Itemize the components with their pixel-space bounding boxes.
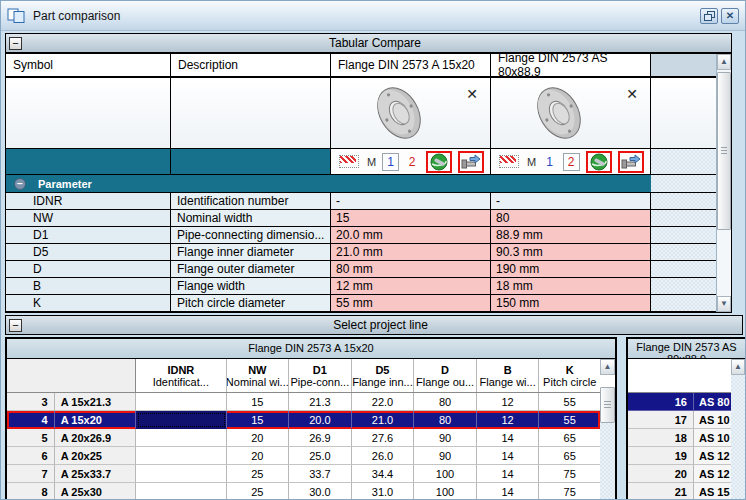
scroll-up-arrow[interactable]: ▲	[731, 359, 745, 375]
project-table1-scrollbar[interactable]: ▲	[600, 359, 615, 499]
corner-header-cell	[7, 359, 136, 392]
view1-toggle-selected[interactable]: 1	[382, 153, 399, 171]
project-row-20[interactable]: 20 AS 12	[628, 465, 731, 483]
project-row-4-selected[interactable]: 4 A 15x20 15 20.0 21.0 80 12 55	[7, 411, 600, 429]
preview-symbol-cell	[6, 78, 171, 148]
project-row-16-selected[interactable]: 16 AS 80	[628, 393, 731, 411]
parameter-row-k[interactable]: K Pitch circle diameter 55 mm 150 mm	[6, 295, 716, 312]
project-row-5[interactable]: 5 A 20x26.9 20 26.9 27.6 90 14 65	[7, 429, 600, 447]
close-button[interactable]: ✕	[721, 8, 739, 24]
view2-toggle[interactable]: 2	[405, 154, 420, 170]
part2-apply-button[interactable]	[586, 151, 612, 173]
scroll-down-arrow[interactable]: ▼	[717, 296, 731, 312]
tabular-compare-title: Tabular Compare	[22, 36, 728, 50]
part2-preview-cell: ✕	[491, 78, 651, 148]
part1-flange-image	[359, 80, 439, 146]
project-table1-column-headers: IDNR Identificat... NW Nominal wi... D1 …	[7, 359, 600, 393]
view2-toggle-selected[interactable]: 2	[563, 153, 580, 171]
dimension-ruler-icon[interactable]	[339, 155, 359, 168]
column-header-description: Description	[171, 54, 331, 76]
select-project-line-title: Select project line	[22, 318, 739, 332]
green-globe-wrench-icon	[430, 153, 448, 171]
project-row-19[interactable]: 19 AS 12	[628, 447, 731, 465]
project-row-17[interactable]: 17 AS 10	[628, 411, 731, 429]
part2-toolbar: M 1 2	[491, 149, 651, 174]
remove-part2-button[interactable]: ✕	[626, 86, 638, 102]
project-row-8[interactable]: 8 A 25x30 25 30.0 31.0 100 14 75	[7, 483, 600, 499]
scroll-up-arrow[interactable]: ▲	[600, 359, 615, 375]
project-row-6[interactable]: 6 A 20x25 20 25.0 26.0 90 14 65	[7, 447, 600, 465]
part1-export-button[interactable]	[458, 151, 484, 173]
project-row-3[interactable]: 3 A 15x21.3 15 21.3 22.0 80 12 55	[7, 393, 600, 411]
collapse-parameter-button[interactable]: −	[14, 178, 26, 190]
compare-vertical-scrollbar[interactable]: ▲ ▼	[716, 54, 731, 312]
project-row-21[interactable]: 21 AS 15	[628, 483, 731, 499]
project-table2-column-headers	[628, 359, 731, 393]
scroll-thumb[interactable]	[717, 72, 731, 230]
collapse-select-project-line-button[interactable]: −	[9, 319, 22, 332]
tabular-compare-header: − Tabular Compare	[5, 33, 732, 53]
parameter-row-idnr[interactable]: IDNR Identification number - -	[6, 193, 716, 210]
project-table1-title: Flange DIN 2573 A 15x20	[7, 339, 615, 359]
scroll-up-arrow[interactable]: ▲	[717, 54, 731, 70]
column-header-part1: Flange DIN 2573 A 15x20	[331, 54, 491, 76]
column-header-part2: Flange DIN 2573 AS 80x88.9	[491, 54, 651, 76]
measure-mode-button[interactable]: M	[527, 156, 536, 168]
parameter-row-b[interactable]: B Flange width 12 mm 18 mm	[6, 278, 716, 295]
column-header-filler	[651, 54, 716, 76]
parameter-group-header: − Parameter	[6, 175, 716, 193]
compare-toolbar-row: M 1 2	[6, 149, 716, 175]
project-line-table-part2: Flange DIN 2573 AS 80x88.9 16 AS 80 17 A…	[626, 337, 746, 500]
parameter-group-label: Parameter	[38, 178, 92, 190]
part2-flange-image	[519, 80, 599, 146]
view1-toggle[interactable]: 1	[542, 154, 557, 170]
window-title: Part comparison	[33, 9, 120, 23]
preview-description-cell	[171, 78, 331, 148]
part1-apply-button[interactable]	[426, 151, 452, 173]
measure-mode-button[interactable]: M	[367, 156, 376, 168]
project-table2-title: Flange DIN 2573 AS 80x88.9	[628, 339, 745, 359]
restore-icon	[704, 11, 715, 21]
parameter-row-d[interactable]: D Flange outer diameter 80 mm 190 mm	[6, 261, 716, 278]
column-header-symbol: Symbol	[6, 54, 171, 76]
part-comparison-window: Part comparison ✕ − Tabular Compare Symb…	[0, 0, 746, 500]
project-row-7[interactable]: 7 A 25x33.7 25 33.7 34.4 100 14 75	[7, 465, 600, 483]
part1-preview-cell: ✕	[331, 78, 491, 148]
green-globe-wrench-icon	[590, 153, 608, 171]
scroll-thumb[interactable]	[600, 387, 615, 423]
compare-preview-row: ✕ ✕	[6, 78, 716, 149]
parameter-row-d1[interactable]: D1 Pipe-connecting dimensio... 20.0 mm 8…	[6, 227, 716, 244]
project-line-table-part1: Flange DIN 2573 A 15x20 IDNR Identificat…	[5, 337, 617, 500]
project-table2-scrollbar[interactable]: ▲	[731, 359, 745, 499]
bolt-arrow-icon	[461, 154, 481, 169]
collapse-tabular-compare-button[interactable]: −	[9, 37, 22, 50]
compare-column-header-row: Symbol Description Flange DIN 2573 A 15x…	[6, 54, 716, 78]
tabular-compare-table: Symbol Description Flange DIN 2573 A 15x…	[5, 53, 732, 313]
parameter-row-d5[interactable]: D5 Flange inner diameter 21.0 mm 90.3 mm	[6, 244, 716, 261]
parameter-row-nw[interactable]: NW Nominal width 15 80	[6, 210, 716, 227]
preview-filler	[651, 78, 716, 148]
select-project-line-header: − Select project line	[5, 315, 743, 335]
close-icon: ✕	[726, 11, 734, 21]
dimension-ruler-icon[interactable]	[499, 155, 519, 168]
part2-export-button[interactable]	[618, 151, 644, 173]
restore-button[interactable]	[700, 8, 718, 24]
part-comparison-icon	[7, 8, 27, 24]
remove-part1-button[interactable]: ✕	[466, 86, 478, 102]
titlebar: Part comparison ✕	[1, 1, 745, 31]
project-row-18[interactable]: 18 AS 10	[628, 429, 731, 447]
part1-toolbar: M 1 2	[331, 149, 491, 174]
bolt-arrow-icon	[621, 154, 641, 169]
